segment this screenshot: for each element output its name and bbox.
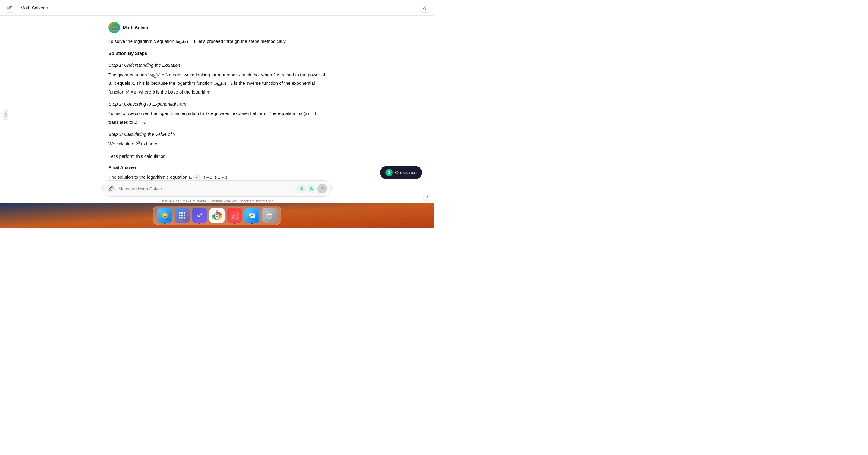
message-container: 🧮 Math Solver To solve the logarithmic e… [102,22,332,181]
message-input[interactable] [119,186,294,191]
edit-button[interactable] [5,3,14,13]
bottom-area: ⊕ G ChatGPT can make mistakes. Consider … [0,180,434,203]
svg-point-13 [184,217,185,219]
solution-section-title: Solution By Steps [108,50,326,57]
step-1-title: Step 1: Understanding the Equation [108,61,326,69]
music-dot [234,223,235,224]
input-actions: ⊕ G [298,184,327,193]
math-equation-intro: log2(x) = 3 [176,38,195,46]
math-step1-eq2: logb(a) = c [213,79,233,88]
get-citation-icon: G [385,169,393,176]
dropdown-arrow: ▾ [46,6,48,10]
middle-text: Let's perform this calculation. [108,152,326,160]
step-3-title: Step 3: Calculating the Value of x [108,130,326,138]
math-step2-eq2: 23 = x [134,118,145,126]
dock-music[interactable]: ♪ [227,208,242,223]
svg-point-12 [181,217,183,219]
svg-text:♪: ♪ [232,213,235,219]
plugin-icon-1[interactable]: ⊕ [298,184,306,193]
math-final-eq: lo x) = 3 [189,173,212,181]
dock-trash[interactable] [262,208,277,223]
svg-point-10 [184,215,185,216]
step-2-body: To find x, we convert the logarithmic eq… [108,110,326,126]
svg-text:😊: 😊 [161,212,168,219]
intro-text: To solve the logarithmic equation log2(x… [108,37,326,46]
page-title: Math Solver [21,5,44,10]
title-dropdown[interactable]: Math Solver ▾ [18,4,51,11]
svg-point-8 [179,215,181,216]
share-button[interactable] [420,3,429,13]
main-content: 🧮 Math Solver To solve the logarithmic e… [0,16,434,203]
math-step2-eq1: log2(x) = 3 [296,110,316,118]
dock-launchpad[interactable] [175,208,190,223]
get-citation-label: Get citation [395,170,416,175]
send-button[interactable] [317,184,327,193]
mac-dock-wrapper: 😊 [0,203,434,227]
step-1-body: The given equation log2(x) = 3 means we'… [108,71,326,96]
attach-button[interactable] [107,184,116,193]
action-icons: ⊕ G [298,184,315,193]
math-step1-eq1: log2(x) = 3 [148,71,168,79]
disclaimer: ChatGPT can make mistakes. Consider chec… [160,199,275,203]
solver-header: 🧮 Math Solver [108,22,326,33]
solver-name: Math Solver [123,25,149,30]
scroll-down-button[interactable] [193,174,200,181]
dock-tasks[interactable] [192,208,207,223]
step-2-title: Step 2: Converting to Exponential Form [108,100,326,108]
math-final-answer: x = 8 [218,173,227,181]
get-citation-button[interactable]: G Get citation [380,166,422,179]
top-bar: Math Solver ▾ [0,0,434,16]
step-3-body: We calculate 23 to find x. [108,140,326,148]
final-answer-text: The solution to the logarithmic equation… [108,173,326,181]
scroll-down-icon [195,176,198,178]
sidebar-toggle[interactable]: ❯ [3,109,8,120]
plugin-icon-2[interactable]: G [307,184,315,193]
mac-dock: 😊 [153,206,281,225]
math-step1-eq3: bc = a [126,88,136,96]
dock-chrome[interactable] [210,208,224,223]
message-body: To solve the logarithmic equation log2(x… [108,37,326,181]
input-box: ⊕ G [102,180,332,197]
svg-point-24 [216,215,218,216]
svg-point-6 [181,212,183,214]
finder-dot [164,223,165,224]
svg-rect-25 [230,210,239,220]
solver-avatar: 🧮 [108,22,120,33]
svg-point-5 [179,212,181,214]
svg-rect-33 [269,213,270,214]
svg-point-7 [184,212,185,214]
svg-point-11 [179,217,181,219]
mail-dot [251,223,253,224]
dock-finder[interactable]: 😊 [157,208,172,223]
top-bar-left: Math Solver ▾ [5,3,51,13]
tasks-dot [199,223,200,224]
final-answer-label: Final Answer [108,164,326,171]
dock-mail[interactable] [244,208,259,223]
svg-point-9 [181,215,183,216]
